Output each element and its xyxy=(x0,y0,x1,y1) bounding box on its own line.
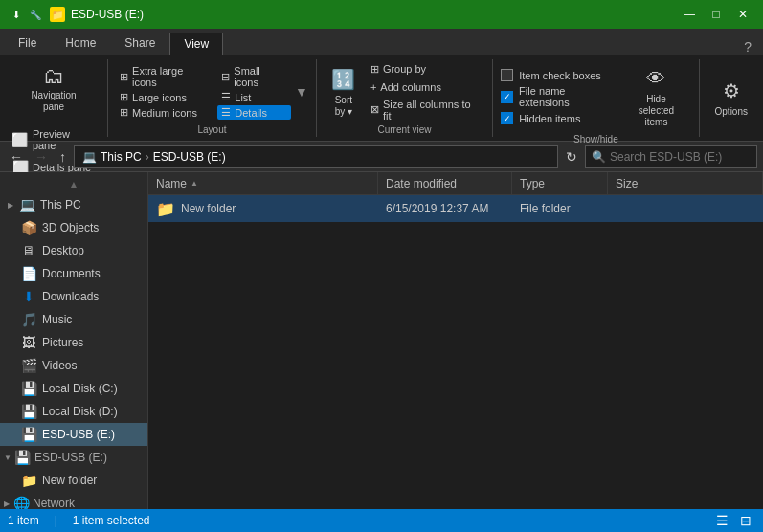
file-name-extensions-checkbox[interactable] xyxy=(501,91,513,103)
ribbon: 🗂 Navigationpane ⬜ Preview pane ⬜ Detail… xyxy=(0,55,763,142)
file-area: Name ▲ Date modified Type Size 📁 New fol… xyxy=(148,172,763,509)
help-icon[interactable]: ? xyxy=(736,39,759,55)
col-header-date[interactable]: Date modified xyxy=(378,172,512,194)
esd-usb-section-icon: 💾 xyxy=(15,450,31,465)
details-btn[interactable]: ☰ Details xyxy=(217,105,291,120)
options-icon: ⚙ xyxy=(718,78,745,104)
navigation-pane-button[interactable]: 🗂 Navigationpane xyxy=(27,61,79,115)
list-view-button[interactable]: ☰ xyxy=(712,511,732,530)
close-button[interactable]: ✕ xyxy=(730,5,755,24)
item-check-boxes-toggle[interactable]: Item check boxes xyxy=(501,68,617,82)
file-list: 📁 New folder 6/15/2019 12:37 AM File fol… xyxy=(148,195,763,509)
hide-selected-button[interactable]: 👁 Hide selecteditems xyxy=(621,61,690,132)
current-view-group: 🔢 Sortby ▾ ⊞ Group by + Add columns ⊠ Si… xyxy=(317,59,493,137)
status-separator: | xyxy=(55,514,57,527)
layout-icon: ☰ xyxy=(221,106,231,119)
search-icon: 🔍 xyxy=(592,150,606,164)
sidebar-item-documents[interactable]: 📄 Documents xyxy=(0,262,147,285)
file-column-headers: Name ▲ Date modified Type Size xyxy=(148,172,763,195)
title-bar: ⬇ 🔧 📁 ESD-USB (E:) — □ ✕ xyxy=(0,0,763,29)
app-icon: 📁 xyxy=(50,7,65,22)
window-controls: — □ ✕ xyxy=(677,5,755,24)
add-columns-btn[interactable]: + Add columns xyxy=(367,80,484,94)
options-button[interactable]: ⚙ Options xyxy=(707,74,755,121)
layout-dropdown-icon[interactable]: ▼ xyxy=(295,84,308,100)
address-path[interactable]: 💻 This PC › ESD-USB (E:) xyxy=(74,145,558,168)
sidebar-item-this-pc[interactable]: ▶ 💻 This PC xyxy=(0,193,147,216)
tab-file[interactable]: File xyxy=(4,32,51,55)
preview-pane-icon: ⬜ xyxy=(11,131,29,148)
sidebar-item-local-c[interactable]: 💾 Local Disk (C:) xyxy=(0,377,147,400)
new-folder-sidebar-icon: 📁 xyxy=(21,473,36,488)
sidebar-item-local-d[interactable]: 💾 Local Disk (D:) xyxy=(0,400,147,423)
sidebar-item-pictures[interactable]: 🖼 Pictures xyxy=(0,331,147,354)
minimize-button[interactable]: — xyxy=(677,5,702,24)
esd-usb-icon: 💾 xyxy=(21,427,36,442)
main-content: ▲ ▶ 💻 This PC 📦 3D Objects 🖥 Desktop 📄 D… xyxy=(0,172,763,509)
sidebar-item-downloads[interactable]: ⬇ Downloads xyxy=(0,285,147,308)
sidebar-item-music[interactable]: 🎵 Music xyxy=(0,308,147,331)
layout-icon: ☰ xyxy=(221,91,231,103)
col-header-name[interactable]: Name ▲ xyxy=(148,172,378,194)
videos-icon: 🎬 xyxy=(21,358,36,373)
options-group: ⚙ Options xyxy=(700,59,763,137)
quick-access-btn2[interactable]: 🔧 xyxy=(27,6,44,23)
sort-by-button[interactable]: 🔢 Sortby ▾ xyxy=(325,62,363,122)
file-name-cell: 📁 New folder xyxy=(152,200,382,218)
hidden-items-checkbox[interactable] xyxy=(501,112,513,124)
tab-share[interactable]: Share xyxy=(110,32,169,55)
sidebar-item-desktop[interactable]: 🖥 Desktop xyxy=(0,239,147,262)
sidebar-scroll-up[interactable]: ▲ xyxy=(0,176,147,193)
downloads-icon: ⬇ xyxy=(21,289,36,304)
expand-icon: ▶ xyxy=(8,201,13,210)
large-icons-btn[interactable]: ⊞ Large icons xyxy=(116,90,213,104)
table-row[interactable]: 📁 New folder 6/15/2019 12:37 AM File fol… xyxy=(148,195,763,222)
3d-objects-icon: 📦 xyxy=(21,220,36,235)
path-this-pc[interactable]: This PC xyxy=(101,150,142,164)
tab-view[interactable]: View xyxy=(169,33,223,55)
col-header-type[interactable]: Type xyxy=(512,172,608,194)
col-header-size[interactable]: Size xyxy=(608,172,763,194)
tab-home[interactable]: Home xyxy=(51,32,110,55)
layout-icon: ⊞ xyxy=(120,106,128,119)
layout-group: ⊞ Extra large icons ⊞ Large icons ⊞ Medi… xyxy=(108,59,317,137)
hidden-items-toggle[interactable]: Hidden items xyxy=(501,111,617,125)
refresh-button[interactable]: ↻ xyxy=(562,147,581,166)
file-name-extensions-toggle[interactable]: File name extensions xyxy=(501,84,617,109)
current-view-label: Current view xyxy=(377,124,431,135)
small-icons-btn[interactable]: ⊟ Small icons xyxy=(217,64,291,89)
list-btn[interactable]: ☰ List xyxy=(217,90,291,104)
medium-icons-btn[interactable]: ⊞ Medium icons xyxy=(116,105,213,120)
extra-large-icons-btn[interactable]: ⊞ Extra large icons xyxy=(116,64,213,89)
file-type-cell: File folder xyxy=(516,202,612,215)
sidebar: ▲ ▶ 💻 This PC 📦 3D Objects 🖥 Desktop 📄 D… xyxy=(0,172,148,509)
path-esd-usb[interactable]: ESD-USB (E:) xyxy=(153,150,226,164)
panes-group: 🗂 Navigationpane ⬜ Preview pane ⬜ Detail… xyxy=(0,59,108,137)
search-box[interactable]: 🔍 xyxy=(585,145,757,168)
nav-pane-icon: 🗂 xyxy=(40,63,67,90)
sort-icon: 🔢 xyxy=(330,66,357,93)
size-columns-btn[interactable]: ⊠ Size all columns to fit xyxy=(367,98,484,122)
maximize-button[interactable]: □ xyxy=(704,5,729,24)
forward-button[interactable]: → xyxy=(31,147,52,166)
search-input[interactable] xyxy=(610,150,753,164)
sidebar-section-network[interactable]: ▶ 🌐 Network xyxy=(0,492,147,509)
local-disk-d-icon: 💾 xyxy=(21,404,36,419)
sidebar-item-new-folder[interactable]: 📁 New folder xyxy=(0,469,147,492)
local-disk-c-icon: 💾 xyxy=(21,381,36,396)
sidebar-section-esd-usb[interactable]: ▼ 💾 ESD-USB (E:) xyxy=(0,446,147,469)
sidebar-item-videos[interactable]: 🎬 Videos xyxy=(0,354,147,377)
details-view-button[interactable]: ⊟ xyxy=(736,511,755,530)
network-icon: 🌐 xyxy=(13,496,29,509)
up-button[interactable]: ↑ xyxy=(56,147,70,166)
file-date-cell: 6/15/2019 12:37 AM xyxy=(382,202,516,215)
music-icon: 🎵 xyxy=(21,312,36,327)
sidebar-item-esd-usb-main[interactable]: 💾 ESD-USB (E:) xyxy=(0,423,147,446)
this-pc-icon: 💻 xyxy=(19,197,34,212)
group-by-btn[interactable]: ⊞ Group by xyxy=(367,62,484,77)
quick-access-btn[interactable]: ⬇ xyxy=(8,6,25,23)
layout-icon: ⊟ xyxy=(221,71,230,83)
item-check-boxes-checkbox[interactable] xyxy=(501,69,513,81)
back-button[interactable]: ← xyxy=(6,147,27,166)
sidebar-item-3d-objects[interactable]: 📦 3D Objects xyxy=(0,216,147,239)
